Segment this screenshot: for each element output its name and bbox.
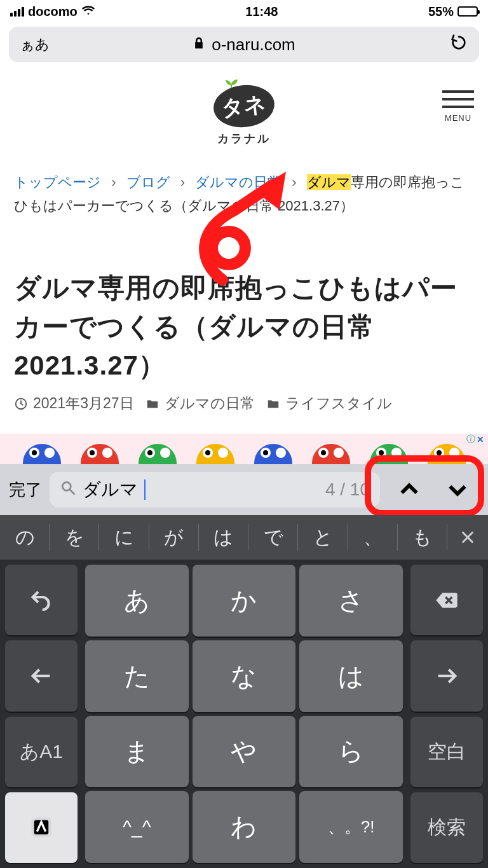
- breadcrumb-item[interactable]: ダルマの日常: [195, 174, 281, 190]
- kana-key[interactable]: ら: [299, 716, 403, 788]
- battery-percent-label: 55%: [428, 4, 454, 19]
- keyboard-right-column: 空白 検索: [405, 560, 488, 868]
- search-icon: [60, 479, 76, 500]
- suggestion-key[interactable]: を: [50, 515, 99, 560]
- suggestion-close-button[interactable]: [447, 515, 488, 560]
- suggestion-key[interactable]: と: [298, 515, 348, 560]
- suggestion-key[interactable]: も: [398, 515, 447, 560]
- article-meta: 2021年3月27日 ダルマの日常 ライフスタイル: [14, 394, 474, 413]
- reader-aa-button[interactable]: ぁあ: [20, 35, 52, 54]
- kana-key[interactable]: な: [193, 640, 296, 712]
- hamburger-icon: [442, 90, 474, 108]
- breadcrumb-sep: ›: [180, 174, 185, 190]
- meta-category[interactable]: ライフスタイル: [266, 394, 392, 413]
- suggestion-key[interactable]: が: [149, 515, 199, 560]
- kana-key[interactable]: か: [193, 565, 296, 637]
- arrow-left-icon: [29, 663, 54, 689]
- clock-icon: [14, 397, 28, 411]
- close-icon: [459, 528, 477, 546]
- punct-key[interactable]: 、。?!: [299, 791, 403, 863]
- cursor-right-key[interactable]: [410, 640, 483, 711]
- url-display[interactable]: o-naru.com: [52, 35, 436, 55]
- space-key[interactable]: 空白: [410, 717, 483, 787]
- find-prev-button[interactable]: [388, 471, 431, 509]
- find-input[interactable]: ダルマ 4 / 10: [50, 472, 380, 507]
- suggestion-key[interactable]: に: [99, 515, 149, 560]
- undo-icon: [29, 588, 54, 613]
- folder-icon: [266, 397, 280, 411]
- reload-icon[interactable]: [450, 36, 468, 55]
- wifi-icon: [81, 3, 95, 20]
- domain-label: o-naru.com: [212, 35, 295, 55]
- kana-key[interactable]: ま: [85, 716, 189, 788]
- breadcrumb-sep: ›: [111, 174, 116, 190]
- meta-category[interactable]: ダルマの日常: [146, 394, 255, 413]
- text-cursor: [144, 479, 146, 500]
- search-key[interactable]: 検索: [410, 792, 483, 863]
- search-highlight: ダルマ: [307, 174, 351, 190]
- battery-icon: [458, 6, 478, 17]
- kana-key[interactable]: あ: [85, 565, 189, 637]
- software-keyboard: の を に が は で と 、 も あA1 あ か さ た: [0, 515, 488, 868]
- keyboard-kana-grid: あ か さ た な は ま や ら ^_^ わ 、。?!: [83, 560, 405, 868]
- svg-line-3: [70, 490, 74, 494]
- ime-icon: [29, 815, 54, 840]
- kana-key[interactable]: た: [85, 640, 189, 712]
- logo-text-sub: カラナル: [217, 131, 271, 146]
- safari-address-bar[interactable]: ぁあ o-naru.com: [9, 27, 479, 62]
- find-in-page-bar: 完了 ダルマ 4 / 10: [0, 464, 488, 515]
- lock-icon: [193, 35, 205, 55]
- breadcrumb: トップページ › ブログ › ダルマの日常 › ダルマ専用の即席抱っこひもはパー…: [14, 170, 474, 218]
- status-right: 55%: [428, 4, 478, 19]
- chevron-down-icon: [445, 477, 470, 502]
- kana-key[interactable]: さ: [299, 565, 403, 637]
- undo-key[interactable]: [5, 565, 78, 635]
- site-logo[interactable]: タネ カラナル: [214, 85, 274, 146]
- emoji-key[interactable]: ^_^: [85, 791, 189, 863]
- keyboard-suggestion-row: の を に が は で と 、 も: [0, 515, 488, 560]
- backspace-icon: [434, 588, 459, 613]
- ime-switch-key[interactable]: [5, 792, 78, 863]
- site-header: タネ カラナル MENU: [14, 69, 474, 146]
- hamburger-menu-button[interactable]: MENU: [442, 90, 474, 123]
- backspace-key[interactable]: [410, 565, 483, 635]
- article-title: ダルマ専用の即席抱っこひもはパーカーでつくる（ダルマの日常2021.3.27）: [14, 269, 474, 385]
- find-done-button[interactable]: 完了: [9, 479, 42, 501]
- cellular-signal-icon: [10, 7, 24, 17]
- status-left: docomo: [10, 3, 95, 20]
- ad-banner[interactable]: ⓘ ✕: [0, 434, 488, 465]
- suggestion-key[interactable]: は: [199, 515, 248, 560]
- input-mode-key[interactable]: あA1: [5, 717, 78, 787]
- breadcrumb-sep: ›: [292, 174, 296, 190]
- find-next-button[interactable]: [436, 471, 479, 509]
- breadcrumb-item[interactable]: ブログ: [126, 174, 170, 190]
- cursor-left-key[interactable]: [5, 640, 78, 711]
- keyboard-left-column: あA1: [0, 560, 83, 868]
- logo-text-main: タネ: [212, 82, 276, 130]
- meta-date: 2021年3月27日: [14, 394, 134, 413]
- kana-key[interactable]: や: [193, 716, 296, 788]
- suggestion-key[interactable]: の: [0, 515, 50, 560]
- kana-key[interactable]: わ: [193, 791, 296, 863]
- status-bar: docomo 11:48 55%: [0, 0, 488, 23]
- chevron-up-icon: [396, 477, 422, 502]
- ad-info-icon[interactable]: ⓘ: [466, 434, 475, 445]
- ad-close-icon[interactable]: ✕: [477, 434, 484, 444]
- breadcrumb-item[interactable]: トップページ: [14, 174, 101, 190]
- arrow-right-icon: [434, 663, 459, 689]
- find-query-text: ダルマ: [83, 478, 138, 502]
- clock-label: 11:48: [245, 4, 278, 19]
- folder-icon: [146, 397, 159, 411]
- suggestion-key[interactable]: で: [248, 515, 298, 560]
- web-page: タネ カラナル MENU トップページ › ブログ › ダルマの日常 › ダルマ…: [0, 69, 488, 413]
- carrier-label: docomo: [28, 4, 78, 19]
- suggestion-key[interactable]: 、: [348, 515, 398, 560]
- kana-key[interactable]: は: [299, 640, 403, 712]
- find-match-count: 4 / 10: [325, 479, 370, 500]
- menu-label: MENU: [445, 113, 471, 123]
